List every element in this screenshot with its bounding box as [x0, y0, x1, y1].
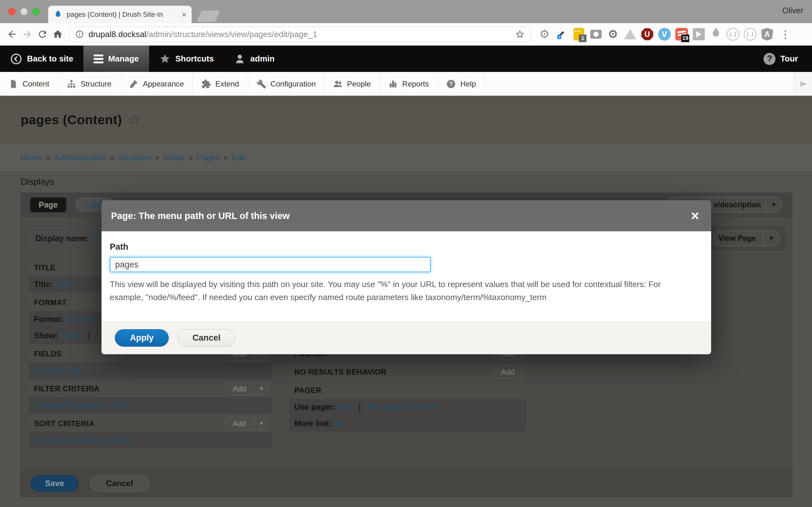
chevron-down-icon[interactable]: ▼ — [763, 231, 779, 246]
setting-link[interactable]: Content: Authored on (desc) — [34, 436, 133, 445]
hamburger-icon — [94, 55, 103, 63]
setting-row: Use pager: Mini | Mini pager, 10 items — [289, 399, 526, 415]
tab-close-icon[interactable]: × — [182, 10, 187, 19]
browser-menu-icon[interactable]: ⋮ — [780, 31, 790, 38]
add-button[interactable]: Add — [493, 365, 523, 379]
eyedropper-extension-icon[interactable] — [555, 28, 568, 41]
setting-link[interactable]: Content: Published (= Yes) — [34, 401, 128, 410]
user-icon — [234, 53, 246, 65]
menu-item-people[interactable]: People — [324, 72, 380, 96]
window-close-button[interactable] — [8, 8, 15, 15]
add-button-label: Add — [225, 383, 254, 395]
cancel-button[interactable]: Cancel — [177, 329, 235, 347]
manage-button[interactable]: Manage — [84, 46, 149, 72]
menu-item-reports[interactable]: Reports — [380, 72, 438, 96]
back-to-site-button[interactable]: Back to site — [0, 46, 84, 72]
new-tab-button[interactable] — [197, 10, 220, 22]
browser-tab[interactable]: pages (Content) | Drush Site-In × — [48, 6, 192, 23]
extensions-bar: ⚙1⚙UV19{...}{...}A — [538, 28, 774, 41]
drupal-drop-extension-icon[interactable] — [709, 28, 722, 41]
plus-icon: + — [84, 200, 88, 210]
page-info-icon[interactable] — [75, 30, 84, 39]
braces-circle-extension-icon[interactable]: {...} — [744, 28, 757, 41]
bookmark-star-icon[interactable] — [515, 29, 525, 39]
menu-item-label: Configuration — [270, 79, 316, 89]
breadcrumb-link-structure[interactable]: Structure — [118, 153, 152, 163]
menu-item-help[interactable]: ?Help — [438, 72, 485, 96]
breadcrumb-link-edit[interactable]: Edit — [232, 153, 246, 163]
window-minimize-button[interactable] — [20, 8, 28, 15]
add-button[interactable]: Add▼ — [224, 417, 269, 430]
favorite-star-icon[interactable] — [129, 114, 140, 126]
back-to-site-label: Back to site — [27, 54, 73, 64]
menu-item-configuration[interactable]: Configuration — [248, 72, 325, 96]
toolbar-collapse-button[interactable] — [794, 72, 812, 96]
breadcrumb-link-home[interactable]: Home — [20, 153, 43, 163]
home-icon[interactable] — [50, 26, 65, 42]
breadcrumb-link-pages[interactable]: Pages — [196, 153, 220, 163]
apply-button[interactable]: Apply — [115, 329, 169, 347]
breadcrumb-link-administration[interactable]: Administration — [54, 153, 107, 163]
setting-link[interactable]: Mini — [338, 402, 352, 412]
section-title: PAGER — [294, 386, 321, 395]
admin-user-button[interactable]: admin — [224, 46, 285, 72]
modal-close-icon[interactable]: × — [691, 209, 699, 223]
address-bar[interactable]: drupal8.docksal/admin/structure/views/vi… — [70, 26, 530, 42]
v-badge-extension-icon[interactable]: V — [658, 28, 671, 41]
setting-label: Use pager: — [294, 402, 338, 412]
window-zoom-button[interactable] — [32, 8, 40, 15]
display-name-link[interactable]: Pa — [93, 234, 102, 243]
setting-link[interactable]: Unforma — [66, 315, 96, 324]
dark-gear-extension-icon[interactable]: ⚙ — [606, 28, 619, 41]
menu-item-appearance[interactable]: Appearance — [120, 72, 193, 96]
chevron-down-icon[interactable]: ▼ — [254, 417, 269, 430]
braces-circle-extension-icon[interactable]: {...} — [726, 28, 740, 41]
password-card-extension-icon[interactable]: 1 — [572, 28, 585, 41]
forward-icon[interactable] — [20, 26, 35, 42]
setting-row: More link: No — [289, 415, 526, 432]
breadcrumb-separator: » — [46, 153, 50, 163]
add-button[interactable]: Add▼ — [224, 382, 269, 395]
play-badge-extension-icon[interactable] — [692, 28, 705, 41]
setting-link[interactable]: No — [334, 419, 344, 428]
camera-extension-icon[interactable] — [589, 28, 602, 41]
tour-button[interactable]: ? Tour — [753, 46, 812, 72]
structure-icon — [67, 79, 76, 89]
configuration-icon — [257, 79, 266, 89]
setting-link[interactable]: None — [55, 280, 74, 289]
drive-triangle-extension-icon[interactable] — [623, 28, 637, 41]
back-icon[interactable] — [4, 26, 20, 42]
drupal-admin-menu: ContentStructureAppearanceExtendConfigur… — [0, 72, 812, 96]
settings-gear-extension-icon[interactable]: ⚙ — [538, 28, 551, 41]
reload-icon[interactable] — [35, 26, 50, 42]
shortcuts-button[interactable]: Shortcuts — [149, 46, 224, 72]
add-button-label: Add — [225, 417, 254, 430]
view-page-button[interactable]: View Page ▼ — [711, 230, 780, 246]
menu-item-structure[interactable]: Structure — [58, 72, 120, 96]
back-circle-icon — [10, 53, 22, 65]
view-cancel-button[interactable]: Cancel — [90, 475, 149, 492]
ublock-extension-icon[interactable]: U — [641, 28, 654, 41]
save-button[interactable]: Save — [31, 475, 79, 492]
display-tab-page[interactable]: Page — [30, 198, 66, 212]
admin-user-label: admin — [250, 54, 275, 64]
todoist-check-extension-icon[interactable]: 19 — [675, 28, 688, 41]
section-title: TITLE — [34, 263, 55, 272]
setting-link[interactable]: Content: Title — [34, 366, 81, 375]
modal-header[interactable]: Page: The menu path or URL of this view … — [101, 200, 711, 231]
setting-link[interactable]: Fields — [60, 331, 81, 340]
section-header-row: NO RESULTS BEHAVIORAdd — [289, 364, 526, 380]
path-input[interactable] — [110, 257, 431, 272]
people-icon — [333, 79, 343, 89]
chevron-down-icon[interactable]: ▼ — [765, 197, 782, 212]
menu-item-extend[interactable]: Extend — [193, 72, 248, 96]
browser-profile-name[interactable]: Oliver — [782, 6, 803, 15]
setting-link[interactable]: Mini pager, 10 items — [367, 402, 438, 412]
breadcrumb-link-views[interactable]: Views — [163, 153, 185, 163]
extension-badge: 1 — [579, 35, 587, 42]
section-title: SORT CRITERIA — [34, 419, 95, 428]
angular-shield-extension-icon[interactable]: A — [761, 28, 774, 41]
menu-item-label: Content — [22, 79, 49, 89]
menu-item-content[interactable]: Content — [0, 72, 58, 96]
chevron-down-icon[interactable]: ▼ — [254, 383, 269, 395]
